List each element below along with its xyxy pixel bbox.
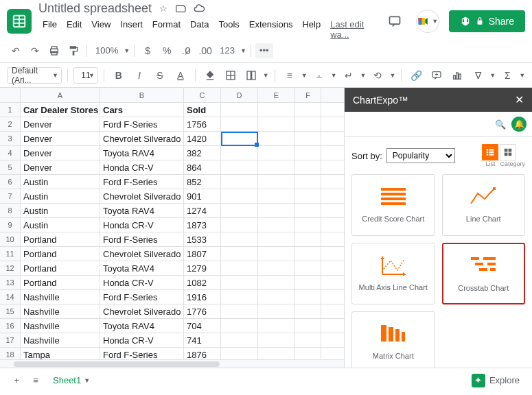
cell[interactable]: Austin (21, 175, 100, 189)
menu-file[interactable]: File (38, 17, 61, 42)
row-header[interactable]: 12 (0, 261, 21, 275)
cell[interactable]: 1082 (184, 276, 221, 289)
cell[interactable]: Toyota RAV4 (100, 261, 184, 275)
cell[interactable]: 382 (184, 146, 221, 160)
cell[interactable]: Cars (100, 103, 184, 117)
cell[interactable] (258, 319, 295, 333)
decrease-decimal-icon[interactable]: .0̷ (177, 42, 195, 60)
cell[interactable]: 704 (184, 319, 221, 333)
increase-decimal-icon[interactable]: .00 (196, 42, 214, 60)
currency-icon[interactable]: $ (139, 42, 157, 60)
cell[interactable] (258, 276, 295, 289)
close-icon[interactable]: ✕ (515, 93, 524, 106)
cell[interactable] (295, 304, 321, 318)
cell[interactable]: Portland (21, 261, 100, 275)
font-size[interactable]: 11▼ (73, 67, 98, 84)
cell[interactable]: 901 (184, 189, 221, 203)
row-header[interactable]: 13 (0, 276, 21, 289)
cell[interactable] (295, 204, 321, 217)
cell[interactable]: Portland (21, 232, 100, 246)
select-all-corner[interactable] (0, 88, 21, 102)
zoom-select[interactable]: 100% (91, 45, 122, 56)
cell[interactable] (295, 189, 321, 203)
cell[interactable]: Austin (21, 189, 100, 203)
cell[interactable] (258, 261, 295, 275)
cell[interactable] (221, 304, 258, 318)
cell[interactable] (221, 103, 258, 117)
row-header[interactable]: 7 (0, 189, 21, 203)
cell[interactable]: Toyota RAV4 (100, 204, 184, 217)
cell[interactable] (221, 276, 258, 289)
cell[interactable]: Honda CR-V (100, 218, 184, 232)
menu-insert[interactable]: Insert (116, 17, 147, 42)
add-sheet-icon[interactable]: + (7, 371, 26, 390)
cell[interactable]: Ford F-Series (100, 232, 184, 246)
meet-icon[interactable]: ▼ (416, 10, 439, 33)
text-color-icon[interactable]: A (172, 67, 189, 84)
spreadsheet[interactable]: A B C D E F 1Car Dealer StoresCarsSold2D… (0, 88, 345, 368)
chart-matrix[interactable]: Matrix Chart (351, 311, 435, 368)
view-category-button[interactable] (500, 144, 516, 160)
cell[interactable] (258, 247, 295, 261)
row-header[interactable]: 6 (0, 175, 21, 189)
font-select[interactable]: Default (Ari...▼ (7, 67, 62, 84)
move-icon[interactable] (175, 2, 187, 14)
cell[interactable] (221, 290, 258, 304)
sort-select[interactable]: Popularity (386, 148, 455, 163)
cell[interactable]: Chevrolet Silverado (100, 189, 184, 203)
bell-icon[interactable]: 🔔 (511, 117, 527, 132)
italic-icon[interactable]: I (130, 67, 148, 84)
cell[interactable]: Denver (21, 117, 100, 131)
cell[interactable] (221, 175, 258, 189)
cell[interactable] (258, 103, 295, 117)
cell[interactable] (258, 232, 295, 246)
menu-extensions[interactable]: Extensions (245, 17, 297, 42)
cell[interactable] (258, 204, 295, 217)
cell[interactable]: Chevrolet Silverado (100, 132, 184, 145)
cell[interactable]: 1916 (184, 290, 221, 304)
h-scrollbar[interactable] (0, 359, 344, 368)
chart-crosstab[interactable]: Crosstab Chart (442, 243, 526, 304)
cell[interactable]: Honda CR-V (100, 276, 184, 289)
strikethrough-icon[interactable]: S (151, 67, 169, 84)
row-header[interactable]: 16 (0, 319, 21, 333)
menu-data[interactable]: Data (186, 17, 213, 42)
paint-format-icon[interactable] (65, 42, 82, 60)
link-icon[interactable]: 🔗 (407, 67, 425, 84)
cell[interactable]: Car Dealer Stores (21, 103, 100, 117)
redo-icon[interactable]: ↷ (26, 42, 44, 60)
cell[interactable] (295, 261, 321, 275)
sheet-tab[interactable]: Sheet1▼ (45, 372, 97, 389)
cell[interactable] (221, 189, 258, 203)
cell[interactable] (221, 247, 258, 261)
cell[interactable]: Ford F-Series (100, 290, 184, 304)
explore-button[interactable]: ✦ Explore (466, 371, 525, 390)
cell[interactable] (221, 218, 258, 232)
chart-line[interactable]: Line Chart (442, 174, 526, 236)
fill-color-icon[interactable] (201, 67, 219, 84)
cell[interactable]: Sold (184, 103, 221, 117)
cell[interactable] (221, 204, 258, 217)
cell[interactable] (258, 189, 295, 203)
cell[interactable] (295, 218, 321, 232)
cell[interactable] (295, 146, 321, 160)
print-icon[interactable] (45, 42, 63, 60)
cell[interactable]: Chevrolet Silverado (100, 247, 184, 261)
row-header[interactable]: 2 (0, 117, 21, 131)
menu-format[interactable]: Format (148, 17, 185, 42)
col-header-e[interactable]: E (258, 88, 295, 102)
cell[interactable]: Honda CR-V (100, 333, 184, 347)
sheets-logo[interactable] (7, 9, 32, 34)
cell[interactable]: Nashville (21, 304, 100, 318)
menu-tools[interactable]: Tools (214, 17, 243, 42)
cell[interactable]: Ford F-Series (100, 175, 184, 189)
cell[interactable] (221, 319, 258, 333)
cell[interactable] (258, 218, 295, 232)
cell[interactable]: 1807 (184, 247, 221, 261)
cloud-icon[interactable] (193, 2, 205, 14)
cell[interactable] (295, 333, 321, 347)
cell[interactable] (295, 175, 321, 189)
undo-icon[interactable]: ↶ (7, 42, 25, 60)
view-list-button[interactable] (482, 144, 498, 160)
cell[interactable]: 1274 (184, 204, 221, 217)
